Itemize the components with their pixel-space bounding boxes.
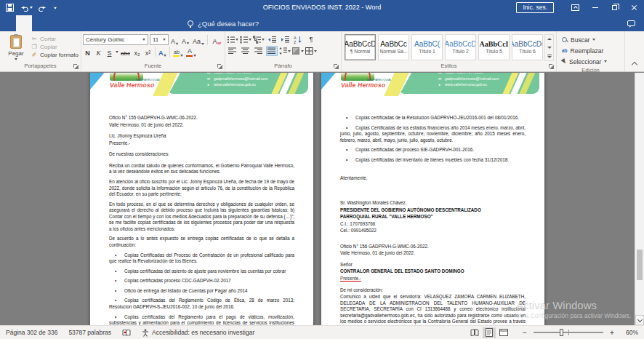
styles-scroll-down-button[interactable]	[545, 44, 553, 52]
align-left-button[interactable]	[227, 46, 238, 56]
ribbon-tab[interactable]	[144, 15, 160, 31]
zoom-level-indicator[interactable]: 60%	[621, 329, 638, 336]
page-number-indicator[interactable]: Página 302 de 336	[6, 329, 57, 336]
zoom-slider-thumb[interactable]	[560, 329, 563, 336]
ribbon-tab[interactable]	[160, 15, 176, 31]
document-page-left[interactable]: GAD PARROQUIAL Valle Hermoso ☎(02)277322…	[90, 73, 313, 325]
borders-button[interactable]	[305, 46, 317, 56]
ribbon-tab[interactable]	[32, 15, 48, 31]
select-button[interactable]: Seleccionar	[562, 57, 607, 66]
font-dialog-launcher[interactable]	[217, 63, 223, 70]
web-layout-icon	[499, 329, 508, 336]
ribbon-tab[interactable]	[0, 15, 16, 31]
styles-more-button[interactable]	[545, 52, 553, 60]
text-effects-button[interactable]: A	[158, 47, 168, 57]
qat-customize-button[interactable]	[53, 6, 57, 9]
document-body-left[interactable]: Oficio N° 155 GADPRVH-G-WMC-06-2022.Vall…	[90, 115, 313, 325]
strikethrough-button[interactable]: abc	[120, 47, 131, 57]
multilevel-list-button[interactable]	[253, 34, 265, 44]
redo-button[interactable]	[39, 4, 47, 12]
change-case-button[interactable]: Aa	[192, 35, 205, 45]
restore-button[interactable]	[605, 0, 624, 15]
numbered-list-button[interactable]	[240, 34, 251, 44]
proofing-status-button[interactable]	[122, 329, 131, 337]
justify-button[interactable]	[266, 46, 278, 56]
underline-button[interactable]: S	[105, 47, 114, 57]
collapse-ribbon-button[interactable]	[625, 31, 644, 71]
show-paragraph-marks-button[interactable]: ¶	[305, 34, 317, 44]
shrink-font-button[interactable]: A▼	[181, 35, 190, 45]
style-card[interactable]: AaBbC( Título 1	[411, 34, 443, 60]
close-button[interactable]	[624, 0, 644, 15]
replace-button[interactable]: abReemplazar	[562, 46, 607, 55]
read-mode-button[interactable]	[468, 327, 481, 338]
bold-button[interactable]: N	[83, 47, 92, 57]
styles-dialog-launcher[interactable]	[548, 63, 555, 70]
word-count-indicator[interactable]: 53787 palabras	[68, 329, 111, 336]
zoom-in-button[interactable]: +	[608, 329, 616, 337]
scroll-down-button[interactable]	[635, 315, 644, 325]
line-spacing-button[interactable]	[279, 46, 291, 56]
clear-formatting-button[interactable]: A	[210, 35, 220, 45]
align-center-icon	[241, 47, 250, 55]
style-card[interactable]: AaBbCcI Título 5	[478, 34, 510, 60]
ribbon-tab[interactable]	[112, 15, 128, 31]
format-painter-button[interactable]: ✐Copiar formato	[31, 52, 79, 58]
sign-in-button[interactable]: Inic. ses.	[516, 2, 554, 13]
increase-indent-button[interactable]	[279, 34, 291, 44]
ribbon-display-options-button[interactable]	[565, 0, 585, 15]
web-layout-button[interactable]	[497, 327, 510, 338]
accessibility-status-button[interactable]: Accesibilidad: es necesario investigar	[142, 329, 254, 337]
ribbon-tab[interactable]	[128, 15, 144, 31]
font-size-combobox[interactable]: 11	[150, 34, 169, 45]
document-body-right[interactable]: Copias certificadas de la Resolucion GAD…	[321, 115, 544, 325]
styles-scroll-up-button[interactable]	[545, 35, 553, 44]
doc-paragraph: De acuerdo a lo antes expuesto se entreg…	[109, 236, 294, 248]
ribbon-tab[interactable]	[80, 15, 96, 31]
clipboard-dialog-launcher[interactable]	[73, 63, 79, 70]
ribbon-tab[interactable]	[48, 15, 64, 31]
paste-button[interactable]: Pegar	[1, 33, 31, 62]
paragraph-dialog-launcher[interactable]	[333, 63, 339, 70]
style-card[interactable]: AaBbCc Normal Sa...	[378, 34, 409, 60]
font-name-combobox[interactable]: Century Gothic	[83, 34, 148, 45]
grow-font-button[interactable]: A▲	[170, 35, 180, 45]
document-canvas[interactable]: GAD PARROQUIAL Valle Hermoso ☎(02)277322…	[0, 73, 644, 325]
style-card[interactable]: AaBbCcD ¶ Normal	[345, 34, 376, 60]
increase-indent-icon	[281, 36, 290, 44]
scrollbar-thumb[interactable]	[637, 250, 643, 280]
style-card[interactable]: AaBbCcDc Título 6	[512, 34, 543, 60]
align-right-icon	[254, 47, 263, 55]
decrease-indent-button[interactable]	[266, 34, 278, 44]
zoom-slider[interactable]	[534, 332, 603, 333]
ribbon-tab[interactable]	[64, 15, 80, 31]
align-right-button[interactable]	[253, 46, 265, 56]
find-button[interactable]: Buscar	[562, 35, 607, 44]
font-color-button[interactable]: A	[185, 47, 197, 57]
comment-icon[interactable]	[627, 20, 635, 26]
ribbon-tab[interactable]	[16, 15, 32, 31]
underline-dropdown[interactable]	[116, 51, 118, 53]
highlight-color-button[interactable]: ab	[172, 47, 184, 57]
tell-me-search[interactable]: ¿Qué desea hacer?	[188, 15, 259, 31]
save-button[interactable]	[6, 4, 14, 12]
superscript-button[interactable]: x²	[143, 47, 153, 57]
subscript-button[interactable]: x₂	[132, 47, 142, 57]
italic-button[interactable]: K	[94, 47, 103, 57]
print-layout-button[interactable]	[483, 327, 496, 338]
minimize-button[interactable]	[585, 0, 605, 15]
ribbon-tab[interactable]	[96, 15, 112, 31]
clipboard-group-label: Portapapeles	[1, 62, 79, 71]
vertical-scrollbar[interactable]	[635, 73, 644, 325]
shading-button[interactable]	[292, 46, 304, 56]
undo-button[interactable]	[20, 4, 33, 12]
align-center-button[interactable]	[240, 46, 251, 56]
zoom-out-button[interactable]: −	[520, 329, 529, 337]
cut-button[interactable]: ✂Cortar	[31, 36, 79, 42]
bullet-list-button[interactable]	[227, 34, 238, 44]
document-page-right[interactable]: GAD PARROQUIAL Valle Hermoso ☎(02)277322…	[321, 73, 544, 325]
copy-button[interactable]: ❐Copiar	[31, 44, 79, 50]
style-card[interactable]: AaBbCcD Título 2	[445, 34, 476, 60]
styles-group: AaBbCcD ¶ Normal AaBbCc Normal Sa... AaB…	[342, 31, 557, 71]
sort-button[interactable]: AZ	[292, 34, 304, 44]
